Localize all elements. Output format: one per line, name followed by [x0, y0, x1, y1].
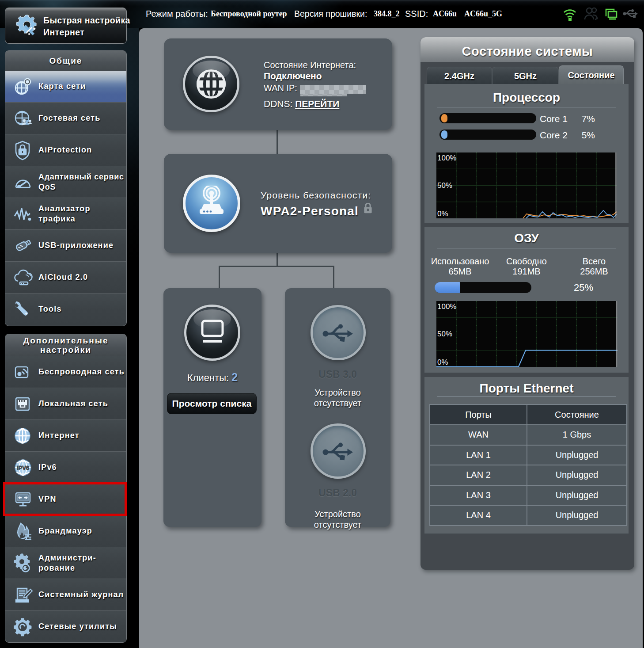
svg-text:50%: 50% — [437, 181, 452, 190]
svg-text:50%: 50% — [437, 330, 452, 338]
svg-text:0%: 0% — [437, 358, 448, 366]
svg-text:0%: 0% — [437, 210, 448, 218]
svg-text:IPV6: IPV6 — [17, 465, 29, 471]
svg-text:100%: 100% — [437, 154, 456, 162]
svg-text:100%: 100% — [437, 302, 456, 311]
